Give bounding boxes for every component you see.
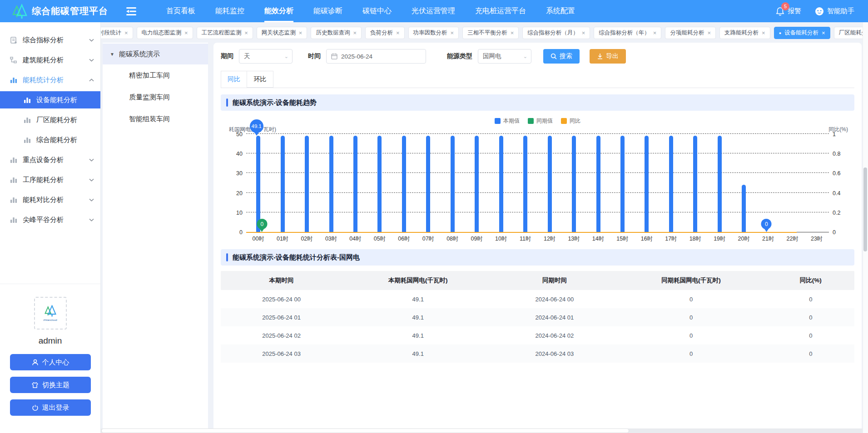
close-icon[interactable]: × — [396, 30, 400, 36]
tab-6[interactable]: 负荷分析× — [365, 27, 405, 39]
menu-collapse-icon[interactable] — [125, 6, 137, 16]
close-icon[interactable]: × — [184, 30, 188, 36]
bar-14时[interactable] — [596, 136, 600, 232]
tab-7[interactable]: 功率因数分析× — [408, 27, 459, 39]
tab-1[interactable]: 时段统计× — [101, 27, 133, 39]
topnav-item-2[interactable]: 能耗监控 — [215, 0, 244, 22]
bar-01时[interactable] — [281, 136, 285, 232]
sidebar-item-6[interactable]: 能耗对比分析 — [0, 191, 100, 208]
bar-13时[interactable] — [572, 136, 576, 232]
tab-2[interactable]: 电力组态图监测× — [137, 27, 193, 39]
sidebar-subitem-label: 厂区能耗分析 — [36, 116, 77, 124]
close-icon[interactable]: × — [653, 30, 657, 36]
tree-node-1[interactable]: 精密加工车间 — [103, 64, 208, 86]
sidebar-subitem-1[interactable]: 设备能耗分析 — [0, 91, 100, 108]
sidebar-item-7[interactable]: 尖峰平谷分析 — [0, 211, 100, 228]
close-icon[interactable]: × — [124, 30, 128, 36]
tab-label: 综合指标分析（月） — [527, 29, 579, 37]
close-icon[interactable]: × — [353, 30, 357, 36]
tree-node-2[interactable]: 质量监测车间 — [103, 86, 208, 108]
profile-button[interactable]: 个人中心 — [10, 354, 91, 370]
legend-本期值[interactable]: 本期值 — [495, 117, 520, 125]
bar-00时[interactable] — [256, 136, 260, 232]
compare-tab-1[interactable]: 同比 — [221, 71, 247, 88]
bar-03时[interactable] — [329, 136, 333, 232]
tab-9[interactable]: 综合指标分析（月）× — [522, 27, 590, 39]
bar-15时[interactable] — [620, 136, 625, 232]
bar-18时[interactable] — [693, 136, 697, 232]
close-icon[interactable]: × — [582, 30, 585, 36]
export-button[interactable]: 导出 — [590, 49, 626, 64]
assistant-button[interactable]: 智能助手 — [815, 7, 854, 16]
sidebar-item-1[interactable]: 综合指标分析 — [0, 31, 100, 49]
tab-12[interactable]: 支路能耗分析× — [719, 27, 770, 39]
bar-10时[interactable] — [499, 136, 503, 232]
tree-node-3[interactable]: 智能组装车间 — [103, 108, 208, 130]
energy-type-select[interactable]: 国网电 ⌄ — [478, 49, 531, 64]
topnav-item-1[interactable]: 首页看板 — [166, 0, 195, 22]
vertical-scrollbar[interactable] — [863, 22, 868, 433]
topnav-item-6[interactable]: 光伏运营管理 — [412, 0, 455, 22]
close-icon[interactable]: × — [511, 30, 514, 36]
close-icon[interactable]: × — [707, 30, 711, 36]
bar-slot — [610, 134, 635, 232]
bar-chart-icon — [24, 97, 31, 103]
close-icon[interactable]: × — [822, 30, 825, 36]
tab-10[interactable]: 综合指标分析（年）× — [594, 27, 661, 39]
bar-02时[interactable] — [305, 136, 309, 232]
period-select[interactable]: 天 ⌄ — [239, 49, 293, 64]
bar-slot — [732, 134, 756, 232]
close-icon[interactable]: × — [244, 30, 248, 36]
open-tabs-strip: 时段统计×电力组态图监测×工艺流程图监测×网关状态监测×历史数据查询×负荷分析×… — [101, 22, 868, 43]
tree-expand-arrow-icon[interactable]: ▼ — [110, 52, 114, 57]
topnav-item-8[interactable]: 系统配置 — [546, 0, 575, 22]
tab-11[interactable]: 分项能耗分析× — [665, 27, 716, 39]
legend-同比[interactable]: 同比 — [561, 117, 580, 125]
sidebar-item-3[interactable]: 能耗统计分析 — [0, 71, 100, 89]
tab-3[interactable]: 工艺流程图监测× — [197, 27, 253, 39]
bar-20时[interactable] — [742, 185, 746, 232]
bar-05时[interactable] — [377, 136, 382, 232]
tab-8[interactable]: 三相不平衡分析× — [462, 27, 519, 39]
sidebar-item-4[interactable]: 重点设备分析 — [0, 151, 100, 168]
bar-19时[interactable] — [718, 136, 722, 232]
date-input[interactable]: 2025-06-24 — [326, 49, 426, 64]
topnav-item-4[interactable]: 能碳诊断 — [313, 0, 342, 22]
legend-同期值[interactable]: 同期值 — [528, 117, 553, 125]
sidebar-subitem-3[interactable]: 综合能耗分析 — [0, 131, 100, 148]
close-icon[interactable]: × — [299, 30, 303, 36]
bar-08时[interactable] — [451, 136, 455, 232]
horizontal-scrollbar-thumb[interactable] — [102, 429, 629, 433]
x-tick-label: 20时 — [732, 235, 756, 243]
tab-5[interactable]: 历史数据查询× — [311, 27, 362, 39]
bar-16时[interactable] — [645, 136, 649, 232]
sidebar-subitem-2[interactable]: 厂区能耗分析 — [0, 111, 100, 128]
bar-06时[interactable] — [402, 136, 406, 232]
logout-button[interactable]: 退出登录 — [10, 399, 91, 416]
sidebar-item-2[interactable]: 建筑能耗分析 — [0, 51, 100, 69]
table-row-4: 2025-06-24 0349.12024-06-24 0300 — [221, 344, 854, 363]
topnav-item-3[interactable]: 能效分析 — [264, 0, 293, 22]
close-icon[interactable]: × — [762, 30, 765, 36]
sidebar-item-5[interactable]: 工序能耗分析 — [0, 171, 100, 188]
tree-node-root[interactable]: ▼ 能碳系统演示 — [103, 44, 208, 64]
topnav-item-5[interactable]: 碳链中心 — [362, 0, 392, 22]
close-icon[interactable]: × — [451, 30, 454, 36]
bar-09时[interactable] — [475, 136, 479, 232]
alarm-button[interactable]: 5 报警 — [776, 7, 801, 16]
bar-12时[interactable] — [548, 136, 552, 232]
left-y-axis: 01020304050 — [225, 134, 246, 232]
vertical-scrollbar-thumb[interactable] — [863, 167, 867, 251]
bar-07时[interactable] — [426, 136, 430, 232]
topnav-item-7[interactable]: 充电桩运营平台 — [475, 0, 526, 22]
bar-11时[interactable] — [523, 136, 527, 232]
tab-4[interactable]: 网关状态监测× — [257, 27, 308, 39]
tab-13[interactable]: ●设备能耗分析× — [774, 27, 830, 39]
horizontal-scrollbar[interactable] — [101, 428, 863, 433]
search-button[interactable]: 搜索 — [543, 49, 580, 64]
compare-tab-2[interactable]: 环比 — [247, 71, 273, 88]
app-logo-trees-icon — [12, 4, 27, 19]
bar-04时[interactable] — [353, 136, 357, 232]
switch-theme-button[interactable]: 切换主题 — [10, 377, 91, 393]
bar-17时[interactable] — [669, 136, 673, 232]
